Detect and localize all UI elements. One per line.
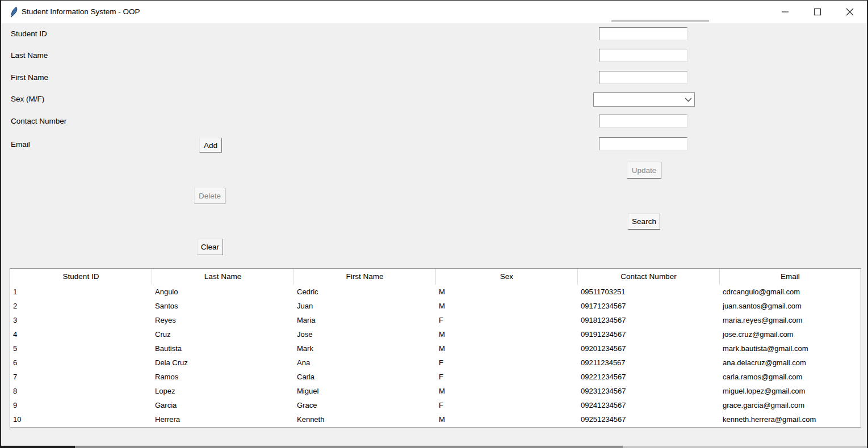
- table-cell: F: [436, 398, 578, 412]
- table-cell: kenneth.herrera@gmail.com: [720, 412, 861, 426]
- table-cell: 5: [10, 341, 152, 356]
- titlebar: Student Information System - OOP: [1, 1, 867, 23]
- table-row[interactable]: 5BautistaMarkM09201234567mark.bautista@g…: [10, 341, 861, 356]
- chevron-down-icon: [682, 98, 694, 102]
- table-cell: ana.delacruz@gmail.com: [720, 356, 861, 370]
- table-cell: 09511703251: [578, 285, 720, 299]
- table-cell: carla.ramos@gmail.com: [720, 370, 861, 384]
- table-cell: 9: [10, 398, 152, 412]
- search-button[interactable]: Search: [628, 213, 660, 230]
- maximize-icon: [814, 8, 821, 16]
- table-cell: 09251234567: [578, 412, 720, 426]
- contact-number-input[interactable]: [599, 115, 687, 128]
- table-cell: F: [436, 313, 578, 327]
- table-cell: F: [436, 370, 578, 384]
- bottom-edge-light-segment: [623, 446, 867, 448]
- table-cell: Mark: [294, 341, 436, 356]
- table-cell: Garcia: [152, 398, 294, 412]
- last-name-label: Last Name: [11, 50, 48, 61]
- table-cell: Ana: [294, 356, 436, 370]
- update-button[interactable]: Update: [627, 162, 661, 179]
- table-row[interactable]: 4CruzJoseM09191234567jose.cruz@gmail.com: [10, 327, 861, 341]
- table-cell: Cruz: [152, 327, 294, 341]
- table-body: 1AnguloCedricM09511703251cdrcangulo@gmai…: [10, 285, 861, 426]
- table-cell: Kenneth: [294, 412, 436, 426]
- table-cell: 09241234567: [578, 398, 720, 412]
- table-cell: jose.cruz@gmail.com: [720, 327, 861, 341]
- table-cell: grace.garcia@gmail.com: [720, 398, 861, 412]
- table-row[interactable]: 1AnguloCedricM09511703251cdrcangulo@gmai…: [10, 285, 861, 299]
- table-cell: Cedric: [294, 285, 436, 299]
- window-title: Student Information System - OOP: [22, 1, 140, 23]
- add-button[interactable]: Add: [199, 138, 222, 153]
- table-cell: Dela Cruz: [152, 356, 294, 370]
- table-cell: 09201234567: [578, 341, 720, 356]
- table-cell: Miguel: [294, 384, 436, 398]
- minimize-button[interactable]: [772, 1, 798, 23]
- table-cell: Lopez: [152, 384, 294, 398]
- table-cell: M: [436, 384, 578, 398]
- table-row[interactable]: 6Dela CruzAnaF09211234567ana.delacruz@gm…: [10, 356, 861, 370]
- table-cell: Ramos: [152, 370, 294, 384]
- table-cell: 4: [10, 327, 152, 341]
- table-cell: 09221234567: [578, 370, 720, 384]
- email-label: Email: [11, 140, 30, 150]
- table-cell: Carla: [294, 370, 436, 384]
- first-name-input[interactable]: [599, 71, 687, 84]
- table-cell: Juan: [294, 299, 436, 313]
- table-cell: Bautista: [152, 341, 294, 356]
- table-row[interactable]: 10HerreraKennethM09251234567kenneth.herr…: [10, 412, 861, 426]
- table-cell: 1: [10, 285, 152, 299]
- maximize-button[interactable]: [804, 1, 831, 23]
- table-cell: juan.santos@gmail.com: [720, 299, 861, 313]
- table-cell: 6: [10, 356, 152, 370]
- table-row[interactable]: 2SantosJuanM09171234567juan.santos@gmail…: [10, 299, 861, 313]
- column-header-sex[interactable]: Sex: [436, 269, 578, 285]
- table-cell: Santos: [152, 299, 294, 313]
- table-cell: 09181234567: [578, 313, 720, 327]
- table-cell: 2: [10, 299, 152, 313]
- table-cell: M: [436, 412, 578, 426]
- table-row[interactable]: 8LopezMiguelM09231234567miguel.lopez@gma…: [10, 384, 861, 398]
- table-row[interactable]: 3ReyesMariaF09181234567maria.reyes@gmail…: [10, 313, 861, 327]
- table-cell: cdrcangulo@gmail.com: [720, 285, 861, 299]
- sex-combobox[interactable]: [593, 92, 695, 107]
- table-cell: 09231234567: [578, 384, 720, 398]
- sex-label: Sex (M/F): [11, 94, 44, 104]
- table-cell: Grace: [294, 398, 436, 412]
- close-button[interactable]: [837, 1, 863, 23]
- table-cell: 09171234567: [578, 299, 720, 313]
- table-row[interactable]: 9GarciaGraceF09241234567grace.garcia@gma…: [10, 398, 861, 412]
- table-cell: Jose: [294, 327, 436, 341]
- table-cell: M: [436, 285, 578, 299]
- window-controls: [772, 1, 863, 23]
- table-row[interactable]: 7RamosCarlaF09221234567carla.ramos@gmail…: [10, 370, 861, 384]
- close-icon: [846, 8, 854, 16]
- minimize-icon: [781, 8, 789, 16]
- column-header-email[interactable]: Email: [720, 269, 861, 285]
- bottom-edge-strip: [1, 446, 867, 448]
- email-input[interactable]: [599, 137, 687, 150]
- column-header-contact-number[interactable]: Contact Number: [578, 269, 720, 285]
- student-id-label: Student ID: [11, 29, 47, 39]
- table-cell: F: [436, 356, 578, 370]
- bottom-edge-gray-segment: [75, 446, 623, 448]
- student-id-input[interactable]: [599, 27, 687, 40]
- clear-button[interactable]: Clear: [197, 239, 223, 255]
- main-content: Student ID Last Name First Name Sex (M/F…: [1, 23, 867, 446]
- table-cell: Angulo: [152, 285, 294, 299]
- table-cell: 09211234567: [578, 356, 720, 370]
- table-cell: 7: [10, 370, 152, 384]
- bottom-edge-dark-segment: [1, 446, 75, 448]
- table-cell: maria.reyes@gmail.com: [720, 313, 861, 327]
- first-name-label: First Name: [11, 73, 48, 83]
- table-cell: mark.bautista@gmail.com: [720, 341, 861, 356]
- tk-feather-icon: [9, 6, 19, 18]
- column-header-last-name[interactable]: Last Name: [152, 269, 294, 285]
- last-name-input[interactable]: [599, 49, 687, 62]
- delete-button[interactable]: Delete: [194, 188, 225, 204]
- table-cell: 8: [10, 384, 152, 398]
- table-cell: Herrera: [152, 412, 294, 426]
- column-header-student-id[interactable]: Student ID: [10, 269, 152, 285]
- column-header-first-name[interactable]: First Name: [294, 269, 436, 285]
